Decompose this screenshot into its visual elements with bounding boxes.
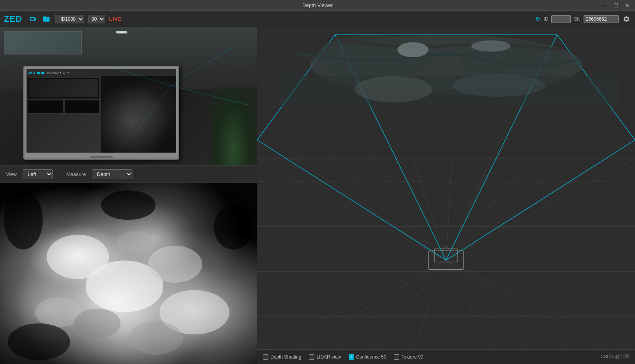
- toolbar: ZED HD1080 HD720 VGA 30 60 15 LIVE ↻ ID …: [0, 11, 635, 27]
- measure-label: Measure: [66, 171, 86, 177]
- minimize-button[interactable]: —: [600, 2, 609, 9]
- confidence-checkbox[interactable]: [349, 354, 354, 360]
- monitor: ZED HD1080 ▾ 30 ▾: [23, 66, 179, 160]
- window-controls[interactable]: — ☐ ✕: [600, 2, 631, 9]
- maximize-button[interactable]: ☐: [612, 2, 620, 9]
- lidar-view-label: LIDAR view: [316, 354, 341, 360]
- refresh-icon[interactable]: ↻: [535, 15, 540, 23]
- svg-point-58: [471, 40, 510, 52]
- viewer-credits: CSDN @可即: [600, 353, 629, 360]
- right-panel: Depth Shading LIDAR view Confidence 50 T…: [257, 27, 635, 364]
- camera-view: ZED HD1080 ▾ 30 ▾: [0, 27, 257, 165]
- confidence-toggle[interactable]: Confidence 50: [349, 354, 386, 360]
- title-bar: Depth Viewer — ☐ ✕: [0, 0, 635, 11]
- view-select[interactable]: Left Right Stereo: [23, 169, 53, 179]
- lidar-view-toggle[interactable]: LIDAR view: [309, 354, 341, 360]
- viewer-controls: Depth Shading LIDAR view Confidence 50 T…: [257, 349, 635, 364]
- view-label: View: [6, 171, 17, 177]
- resolution-select[interactable]: HD1080 HD720 VGA: [55, 15, 84, 23]
- fps-select[interactable]: 30 60 15: [88, 15, 105, 23]
- sn-input[interactable]: [584, 15, 619, 23]
- confidence-label: Confidence 50: [356, 354, 386, 360]
- measure-select[interactable]: Depth Disparity Confidence: [92, 169, 132, 179]
- svg-point-60: [355, 76, 432, 102]
- zed-logo: ZED: [4, 14, 22, 24]
- toolbar-right: ↻ ID SN: [535, 14, 631, 24]
- window-title: Depth Viewer: [302, 2, 333, 8]
- left-panel: ZED HD1080 ▾ 30 ▾: [0, 27, 257, 364]
- folder-icon[interactable]: [42, 14, 51, 24]
- sn-label: SN: [574, 16, 580, 22]
- svg-point-57: [397, 42, 429, 58]
- main-content: ZED HD1080 ▾ 30 ▾: [0, 27, 635, 364]
- depth-shading-checkbox[interactable]: [263, 354, 268, 360]
- live-badge: LIVE: [109, 16, 122, 22]
- texture-toggle[interactable]: Texture 90: [394, 354, 423, 360]
- depth-map: [0, 183, 257, 364]
- texture-label: Texture 90: [401, 354, 423, 360]
- id-input[interactable]: [551, 15, 571, 23]
- depth-shading-toggle[interactable]: Depth Shading: [263, 354, 301, 360]
- controls-row: View Left Right Stereo Measure Depth Dis…: [0, 165, 257, 183]
- depth-shading-label: Depth Shading: [270, 354, 301, 360]
- svg-rect-59: [277, 76, 619, 106]
- camera-icon[interactable]: [28, 14, 38, 24]
- viewer-3d[interactable]: [257, 27, 635, 349]
- texture-checkbox[interactable]: [394, 354, 399, 360]
- settings-icon[interactable]: [622, 14, 631, 24]
- lidar-view-checkbox[interactable]: [309, 354, 314, 360]
- svg-point-61: [452, 74, 545, 97]
- grid-svg: [257, 27, 635, 349]
- close-button[interactable]: ✕: [623, 2, 631, 9]
- id-label: ID: [543, 16, 548, 22]
